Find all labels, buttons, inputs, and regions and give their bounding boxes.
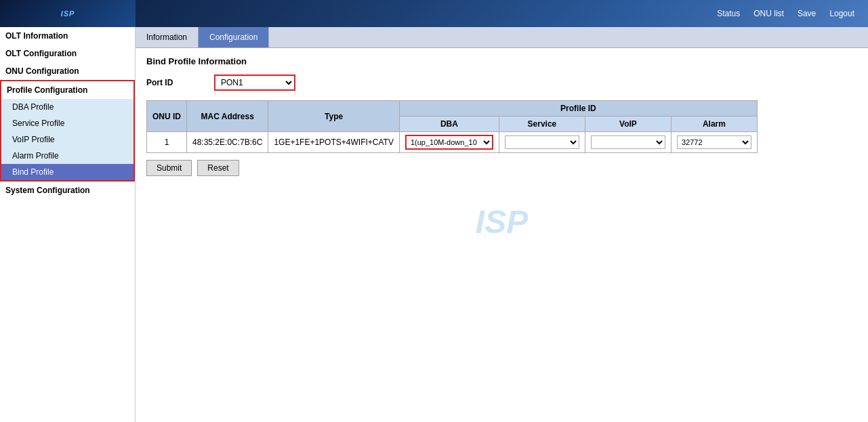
sidebar-item-voip-profile[interactable]: VoIP Profile: [1, 131, 133, 148]
table-row: 1 48:35:2E:0C:7B:6C 1GE+1FE+1POTS+4WIFI+…: [147, 132, 758, 153]
col-voip: VoIP: [585, 117, 671, 132]
sidebar: OLT Information OLT Configuration ONU Co…: [0, 27, 136, 422]
profile-table: ONU ID MAC Address Type Profile ID DBA S…: [146, 100, 758, 153]
watermark-text: ISP: [476, 203, 528, 240]
page-title: Bind Profile Information: [146, 56, 857, 66]
col-mac-address: MAC Address: [187, 101, 268, 132]
alarm-select[interactable]: 32772: [677, 135, 751, 149]
dba-select[interactable]: 1(up_10M-down_10: [405, 135, 493, 150]
logo-text: ISP: [61, 9, 75, 18]
sidebar-item-bind-profile[interactable]: Bind Profile: [1, 164, 133, 180]
cell-onu-id: 1: [147, 132, 187, 153]
sidebar-item-olt-information[interactable]: OLT Information: [0, 27, 135, 45]
reset-button[interactable]: Reset: [197, 160, 239, 176]
sidebar-item-dba-profile[interactable]: DBA Profile: [1, 99, 133, 115]
top-header: ISP Status ONU list Save Logout: [0, 0, 868, 27]
col-service: Service: [499, 117, 585, 132]
port-id-label: Port ID: [146, 78, 201, 87]
profile-config-group: Profile Configuration DBA Profile Servic…: [0, 80, 135, 182]
content-area: Information Configuration Bind Profile I…: [136, 27, 868, 422]
watermark-area: ISP: [146, 176, 857, 268]
main-layout: OLT Information OLT Configuration ONU Co…: [0, 27, 868, 422]
voip-select[interactable]: [591, 135, 665, 149]
tab-configuration[interactable]: Configuration: [199, 27, 269, 47]
port-id-row: Port ID PON1 PON2 PON3 PON4: [146, 75, 857, 91]
sidebar-item-onu-configuration[interactable]: ONU Configuration: [0, 62, 135, 80]
col-type: Type: [268, 101, 400, 132]
port-id-select[interactable]: PON1 PON2 PON3 PON4: [214, 75, 295, 91]
col-onu-id: ONU ID: [147, 101, 187, 132]
nav-logout[interactable]: Logout: [829, 9, 854, 18]
sidebar-item-profile-configuration[interactable]: Profile Configuration: [1, 81, 133, 99]
page-content: Bind Profile Information Port ID PON1 PO…: [136, 48, 868, 276]
tab-information[interactable]: Information: [136, 27, 199, 47]
nav-save[interactable]: Save: [798, 9, 816, 18]
cell-type: 1GE+1FE+1POTS+4WIFI+CATV: [268, 132, 400, 153]
sidebar-item-olt-configuration[interactable]: OLT Configuration: [0, 45, 135, 62]
submit-button[interactable]: Submit: [146, 160, 192, 176]
col-profile-id: Profile ID: [399, 101, 757, 117]
service-select[interactable]: [505, 135, 579, 149]
cell-alarm: 32772: [671, 132, 757, 153]
col-alarm: Alarm: [671, 117, 757, 132]
logo-area: ISP: [0, 0, 136, 27]
sidebar-item-system-configuration[interactable]: System Configuration: [0, 182, 135, 199]
nav-status[interactable]: Status: [717, 9, 740, 18]
cell-service: [499, 132, 585, 153]
col-dba: DBA: [399, 117, 499, 132]
tab-bar: Information Configuration: [136, 27, 868, 48]
sidebar-item-alarm-profile[interactable]: Alarm Profile: [1, 148, 133, 164]
btn-row: Submit Reset: [146, 160, 857, 176]
top-nav: Status ONU list Save Logout: [717, 9, 854, 18]
sidebar-item-service-profile[interactable]: Service Profile: [1, 115, 133, 131]
nav-onu-list[interactable]: ONU list: [753, 9, 784, 18]
cell-voip: [585, 132, 671, 153]
cell-dba: 1(up_10M-down_10: [399, 132, 499, 153]
cell-mac-address: 48:35:2E:0C:7B:6C: [187, 132, 268, 153]
